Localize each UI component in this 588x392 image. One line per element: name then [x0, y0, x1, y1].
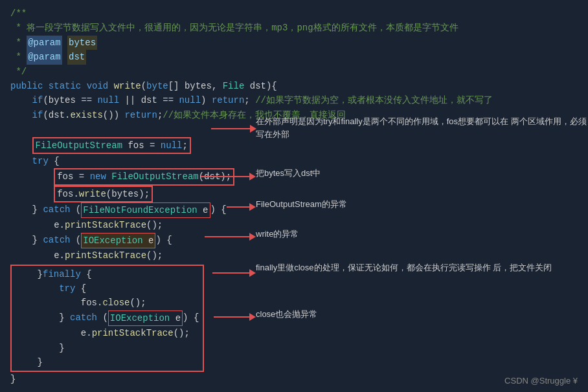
code-token: dst — [67, 50, 86, 64]
code-token: @param — [27, 50, 62, 64]
code-line: fos.close(); — [16, 296, 199, 310]
code-token: void — [87, 79, 109, 93]
watermark: CSDN @Struggle ¥ — [504, 376, 578, 386]
code-editor: /** * 将一段字节数据写入文件中，很通用的，因为无论是字符串，mp3，png… — [0, 0, 588, 392]
code-line: try { — [10, 154, 578, 168]
code-line: */ — [10, 65, 578, 79]
code-line: } catch (IOException e) { — [16, 310, 199, 326]
annotation-text-6: close也会抛异常 — [256, 308, 317, 321]
annotation-arrow-3 — [227, 203, 256, 211]
code-token: bytes — [67, 36, 97, 50]
code-token — [62, 50, 67, 64]
annotation-arrow-5 — [212, 269, 256, 277]
code-line: public static void write(byte[] bytes, F… — [10, 79, 578, 93]
annotation-arrow-6 — [214, 313, 256, 321]
code-line: } — [16, 355, 199, 369]
code-line: e.printStackTrace(); — [16, 326, 199, 340]
code-token: @param — [27, 36, 62, 50]
annotation-text-4: write的异常 — [256, 228, 299, 241]
code-token: * — [10, 36, 27, 50]
code-line: * 将一段字节数据写入文件中，很通用的，因为无论是字符串，mp3，png格式的所… — [10, 21, 578, 35]
annotation-text-1: 在外部声明是因为try和finally是两个不同的作用域，fos想要都可以在 两… — [256, 115, 588, 140]
annotation-arrow-2 — [201, 173, 256, 180]
code-line: * @param bytes — [10, 36, 578, 50]
code-token: public — [10, 79, 43, 93]
code-line: /** — [10, 6, 578, 21]
annotation-text-2: 把bytes写入dst中 — [256, 167, 321, 180]
code-token: */ — [10, 65, 27, 79]
annotation-arrow-1 — [211, 125, 256, 133]
annotation-text-5: finally里做close的处理，保证无论如何，都会在执行完读写操作 后，把文… — [256, 261, 552, 274]
annotation-arrow-4 — [205, 233, 256, 241]
code-line: try { — [16, 281, 199, 296]
annotation-text-3: FileOutputStream的异常 — [256, 198, 347, 211]
code-token: * — [10, 50, 27, 64]
code-line: if(bytes == null || dst == null) return;… — [10, 93, 578, 107]
code-line: * @param dst — [10, 50, 578, 64]
code-line: } — [10, 372, 578, 386]
code-token: static — [49, 79, 81, 93]
code-line: }finally { — [16, 267, 199, 281]
code-token — [62, 36, 67, 50]
code-line: } — [16, 341, 199, 355]
code-token: * 将一段字节数据写入文件中，很通用的，因为无论是字符串，mp3，png格式的所… — [10, 21, 458, 35]
code-token: /** — [10, 6, 27, 21]
